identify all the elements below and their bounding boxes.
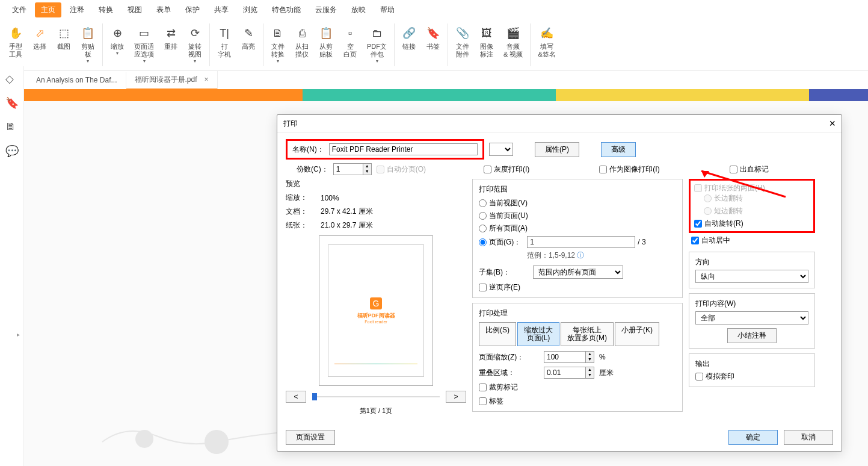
left-sidebar: ◇ 🔖 🗎 💬 ▸ (0, 66, 24, 466)
audio-video[interactable]: 🎬音频 & 视频 (499, 23, 528, 61)
short-edge-radio (704, 207, 712, 215)
scanner-icon: ⎙ (295, 26, 309, 40)
video-icon: 🎬 (506, 26, 520, 40)
fit-tool[interactable]: ▭页面适 应选项▾ (129, 23, 159, 66)
menu-form[interactable]: 表单 (150, 2, 177, 17)
file-convert[interactable]: 🗎文件 转换▾ (266, 23, 290, 66)
multi-tab[interactable]: 每张纸上 放置多页(M) (561, 322, 614, 346)
orientation-select[interactable]: 纵向 (695, 270, 808, 283)
asimage-checkbox[interactable] (599, 166, 607, 173)
typewriter-tool[interactable]: T|打 字机 (212, 23, 236, 61)
file-attach[interactable]: 📎文件 附件 (451, 23, 475, 61)
menu-protect[interactable]: 保护 (179, 2, 206, 17)
subset-select[interactable]: 范围内的所有页面 (533, 266, 623, 279)
collate-checkbox (377, 166, 384, 173)
grayscale-checkbox[interactable] (484, 166, 491, 173)
reflow-tool[interactable]: ⇄重排 (159, 23, 183, 53)
simulate-checkbox[interactable] (695, 373, 703, 381)
menu-comment[interactable]: 注释 (64, 2, 90, 17)
printer-name-label: 名称(N)： (292, 144, 324, 155)
comments-panel-icon[interactable]: 💬 (5, 144, 19, 158)
blank-page[interactable]: ▫空 白页 (338, 23, 362, 61)
menu-cloud[interactable]: 云服务 (309, 2, 343, 17)
from-clipboard[interactable]: 📋从剪 贴板 (314, 23, 338, 61)
copies-spinner[interactable]: ▲▼ (333, 163, 372, 175)
tab-doc1[interactable]: An Analysis on The Daf... (28, 72, 126, 88)
menu-special[interactable]: 特色功能 (266, 2, 307, 17)
clipboard-icon: 📋 (81, 26, 95, 40)
current-page-radio[interactable] (479, 212, 487, 220)
print-dialog: 打印 × 名称(N)： 属性(P) 高级 份数(C)： ▲▼ (277, 114, 842, 452)
ok-button[interactable]: 确定 (728, 430, 778, 445)
menu-play[interactable]: 放映 (345, 2, 372, 17)
snapshot-tool[interactable]: ⬚截图 (52, 23, 76, 53)
info-icon[interactable]: ⓘ (577, 251, 584, 259)
auto-center-checkbox[interactable] (691, 237, 699, 244)
zoom-spinner[interactable] (544, 351, 586, 363)
current-view-radio[interactable] (479, 199, 487, 207)
attach-icon: 📎 (455, 26, 470, 40)
notes-button[interactable]: 小结注释 (727, 328, 777, 343)
print-content-group: 打印内容(W) 全部 小结注释 (689, 293, 815, 349)
menu-help[interactable]: 帮助 (374, 2, 401, 17)
bookmark-tool[interactable]: 🔖书签 (421, 23, 445, 53)
menu-browse[interactable]: 浏览 (237, 2, 263, 17)
long-edge-radio (704, 194, 712, 202)
bookmark-panel-icon[interactable]: 🔖 (5, 96, 19, 110)
cursor-icon: ⬀ (32, 26, 47, 40)
page-slider[interactable] (312, 396, 440, 397)
preview-thumbnail: G 福昕PDF阅读器 Foxit reader (319, 235, 433, 386)
menu-view[interactable]: 视图 (122, 2, 148, 17)
overlap-spinner[interactable] (544, 367, 586, 379)
hand-tool[interactable]: ✋手型 工具 (4, 23, 28, 61)
auto-rotate-checkbox[interactable] (694, 220, 702, 228)
expand-icon[interactable]: ▸ (17, 331, 24, 346)
scale-tab[interactable]: 比例(S) (479, 322, 516, 346)
blank-icon: ▫ (343, 26, 357, 40)
highlight-icon: ✎ (241, 26, 256, 40)
rotate-tool[interactable]: ⟳旋转 视图▾ (183, 23, 207, 66)
highlight-tool[interactable]: ✎高亮 (236, 23, 260, 53)
cancel-button[interactable]: 取消 (784, 430, 833, 445)
tab-doc2[interactable]: 福昕阅读器手册.pdf× (126, 71, 218, 90)
tag-icon[interactable]: ◇ (5, 72, 19, 85)
menu-home[interactable]: 主页 (35, 2, 61, 17)
fit-tab[interactable]: 缩放过大 页面(L) (517, 322, 559, 346)
printer-dropdown[interactable] (489, 143, 513, 156)
content-select[interactable]: 全部 (695, 311, 808, 325)
menu-bar: 文件 主页 注释 转换 视图 表单 保护 共享 浏览 特色功能 云服务 放映 帮… (0, 0, 868, 20)
printer-name-input[interactable] (329, 143, 478, 155)
link-tool[interactable]: 🔗链接 (397, 23, 421, 53)
sign-icon: ✍ (540, 26, 554, 40)
tags-checkbox[interactable] (479, 397, 487, 405)
output-group: 输出 模拟套印 (689, 353, 815, 387)
reverse-checkbox[interactable] (479, 284, 487, 291)
image-annotation[interactable]: 🖼图像 标注 (475, 23, 499, 61)
all-pages-radio[interactable] (479, 225, 487, 232)
pages-radio[interactable] (479, 238, 487, 246)
advanced-button[interactable]: 高级 (601, 142, 636, 157)
zoom-tool[interactable]: ⊕缩放▾ (105, 23, 129, 58)
fill-sign[interactable]: ✍填写 &签名 (533, 23, 560, 61)
properties-button[interactable]: 属性(P) (535, 142, 579, 157)
select-tool[interactable]: ⬀选择 (28, 23, 52, 53)
bleed-checkbox[interactable] (730, 166, 737, 173)
cropmarks-checkbox[interactable] (479, 384, 487, 391)
pages-input[interactable] (527, 236, 635, 248)
from-scanner[interactable]: ⎙从扫 描仪 (290, 23, 314, 61)
page-setup-button[interactable]: 页面设置 (286, 430, 335, 445)
menu-share[interactable]: 共享 (208, 2, 235, 17)
menu-file[interactable]: 文件 (6, 2, 32, 17)
pdf-package[interactable]: 🗀PDF文 件包▾ (362, 23, 392, 66)
dialog-close-icon[interactable]: × (829, 117, 836, 130)
menu-convert[interactable]: 转换 (93, 2, 119, 17)
close-icon[interactable]: × (205, 75, 209, 84)
fit-icon: ▭ (137, 26, 152, 40)
orientation-group: 方向 纵向 (689, 252, 815, 288)
next-page-button[interactable]: > (446, 391, 466, 403)
rotate-icon: ⟳ (188, 26, 202, 40)
pages-panel-icon[interactable]: 🗎 (5, 120, 19, 134)
prev-page-button[interactable]: < (286, 391, 306, 403)
clipboard-tool[interactable]: 📋剪贴 板▾ (76, 23, 100, 66)
booklet-tab[interactable]: 小册子(K) (615, 322, 659, 346)
